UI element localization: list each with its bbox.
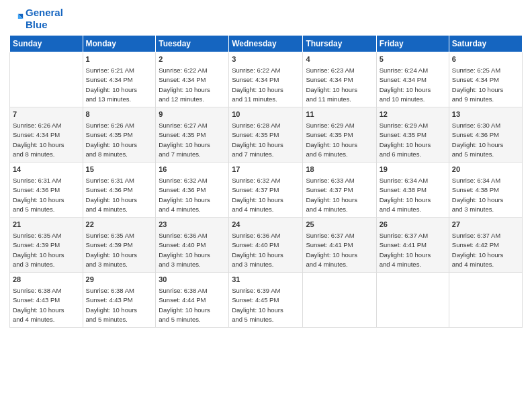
page-container: General Blue SundayMondayTuesdayWednesda… <box>0 0 532 334</box>
day-number: 3 <box>232 54 300 65</box>
calendar-cell: 15Sunrise: 6:31 AMSunset: 4:36 PMDayligh… <box>83 162 156 217</box>
cell-line: Daylight: 10 hours <box>380 86 431 93</box>
cell-line: Daylight: 10 hours <box>86 251 138 259</box>
calendar-cell <box>303 272 376 327</box>
day-number: 27 <box>452 220 519 230</box>
cell-line: and 5 minutes. <box>452 150 494 158</box>
calendar-cell: 1Sunrise: 6:21 AMSunset: 4:34 PMDaylight… <box>83 52 156 107</box>
calendar-cell: 12Sunrise: 6:29 AMSunset: 4:35 PMDayligh… <box>376 107 449 162</box>
cell-line: Daylight: 10 hours <box>86 141 138 148</box>
cell-line: and 7 minutes. <box>232 150 273 158</box>
cell-line: Sunrise: 6:27 AM <box>159 122 207 129</box>
cell-line: Sunset: 4:44 PM <box>159 296 206 304</box>
day-number: 22 <box>86 220 153 230</box>
calendar-cell: 26Sunrise: 6:37 AMSunset: 4:41 PMDayligh… <box>376 217 449 272</box>
day-number: 21 <box>13 220 80 230</box>
cell-line: Sunset: 4:35 PM <box>306 131 353 138</box>
week-row-2: 7Sunrise: 6:26 AMSunset: 4:34 PMDaylight… <box>10 107 523 162</box>
cell-line: Sunrise: 6:24 AM <box>380 66 428 74</box>
header-row: SundayMondayTuesdayWednesdayThursdayFrid… <box>10 36 523 52</box>
cell-line: Daylight: 10 hours <box>159 306 210 314</box>
week-row-4: 21Sunrise: 6:35 AMSunset: 4:39 PMDayligh… <box>10 217 523 272</box>
calendar-cell: 17Sunrise: 6:32 AMSunset: 4:37 PMDayligh… <box>229 162 303 217</box>
calendar-cell: 24Sunrise: 6:36 AMSunset: 4:40 PMDayligh… <box>229 217 303 272</box>
cell-line: Sunrise: 6:32 AM <box>159 177 207 184</box>
calendar-cell: 8Sunrise: 6:26 AMSunset: 4:35 PMDaylight… <box>83 107 156 162</box>
cell-line: and 9 minutes. <box>452 95 494 103</box>
cell-line: and 6 minutes. <box>380 150 421 158</box>
col-header-monday: Monday <box>83 36 156 52</box>
col-header-thursday: Thursday <box>303 36 376 52</box>
cell-line: Sunset: 4:36 PM <box>159 186 206 193</box>
cell-line: Daylight: 10 hours <box>13 306 64 314</box>
day-number: 13 <box>452 109 519 120</box>
cell-line: and 3 minutes. <box>159 261 200 268</box>
logo-text: General Blue <box>26 7 63 31</box>
cell-line: Sunset: 4:34 PM <box>452 76 499 83</box>
cell-line: Sunrise: 6:34 AM <box>380 177 428 184</box>
cell-line: Sunrise: 6:31 AM <box>86 177 134 184</box>
day-number: 10 <box>232 109 300 120</box>
cell-line: and 8 minutes. <box>86 150 128 158</box>
cell-line: Sunrise: 6:38 AM <box>159 287 207 294</box>
logo-icon <box>9 11 24 26</box>
cell-line: Sunset: 4:36 PM <box>86 186 133 193</box>
cell-line: Sunset: 4:34 PM <box>306 76 353 83</box>
day-number: 14 <box>13 165 80 175</box>
week-row-1: 1Sunrise: 6:21 AMSunset: 4:34 PMDaylight… <box>10 52 523 107</box>
header: General Blue <box>9 7 523 31</box>
calendar-cell: 6Sunrise: 6:25 AMSunset: 4:34 PMDaylight… <box>449 52 522 107</box>
calendar-cell: 29Sunrise: 6:38 AMSunset: 4:43 PMDayligh… <box>83 272 156 327</box>
cell-line: and 4 minutes. <box>159 205 200 213</box>
cell-line: and 5 minutes. <box>232 316 273 323</box>
cell-line: Daylight: 10 hours <box>159 251 210 259</box>
cell-line: Sunset: 4:38 PM <box>452 186 499 193</box>
cell-line: and 13 minutes. <box>86 95 132 103</box>
day-number: 26 <box>380 220 446 230</box>
cell-line: Sunrise: 6:26 AM <box>13 122 61 129</box>
cell-line: Sunrise: 6:23 AM <box>306 66 354 74</box>
calendar-cell: 31Sunrise: 6:39 AMSunset: 4:45 PMDayligh… <box>229 272 303 327</box>
week-row-3: 14Sunrise: 6:31 AMSunset: 4:36 PMDayligh… <box>10 162 523 217</box>
calendar-cell: 5Sunrise: 6:24 AMSunset: 4:34 PMDaylight… <box>376 52 449 107</box>
cell-line: Sunrise: 6:22 AM <box>232 66 280 74</box>
cell-line: Sunset: 4:34 PM <box>232 76 279 83</box>
cell-line: Sunset: 4:42 PM <box>452 241 499 248</box>
cell-line: and 5 minutes. <box>159 316 200 323</box>
cell-line: Sunset: 4:34 PM <box>380 76 427 83</box>
calendar-cell <box>449 272 522 327</box>
calendar-cell: 2Sunrise: 6:22 AMSunset: 4:34 PMDaylight… <box>156 52 229 107</box>
calendar-cell: 21Sunrise: 6:35 AMSunset: 4:39 PMDayligh… <box>10 217 83 272</box>
cell-line: Sunrise: 6:28 AM <box>232 122 280 129</box>
day-number: 4 <box>306 54 373 65</box>
cell-line: Daylight: 10 hours <box>232 196 283 203</box>
calendar-cell <box>376 272 449 327</box>
cell-line: Sunrise: 6:21 AM <box>86 66 134 74</box>
day-number: 30 <box>159 275 226 285</box>
cell-line: Daylight: 10 hours <box>86 196 138 203</box>
cell-line: Sunrise: 6:34 AM <box>452 177 500 184</box>
cell-line: Daylight: 10 hours <box>306 196 357 203</box>
calendar-cell: 30Sunrise: 6:38 AMSunset: 4:44 PMDayligh… <box>156 272 229 327</box>
cell-line: Sunset: 4:35 PM <box>232 131 279 138</box>
day-number: 6 <box>452 54 519 65</box>
calendar-cell: 25Sunrise: 6:37 AMSunset: 4:41 PMDayligh… <box>303 217 376 272</box>
cell-line: Daylight: 10 hours <box>380 141 431 148</box>
cell-line: Sunset: 4:38 PM <box>380 186 427 193</box>
cell-line: Sunrise: 6:37 AM <box>452 232 500 239</box>
cell-line: Daylight: 10 hours <box>86 86 138 93</box>
cell-line: Daylight: 10 hours <box>232 86 283 93</box>
day-number: 15 <box>86 165 153 175</box>
cell-line: Sunrise: 6:22 AM <box>159 66 207 74</box>
cell-line: Sunset: 4:43 PM <box>13 296 60 304</box>
cell-line: and 4 minutes. <box>13 316 54 323</box>
calendar-cell: 3Sunrise: 6:22 AMSunset: 4:34 PMDaylight… <box>229 52 303 107</box>
calendar-cell: 20Sunrise: 6:34 AMSunset: 4:38 PMDayligh… <box>449 162 522 217</box>
cell-line: Sunset: 4:40 PM <box>232 241 279 248</box>
cell-line: Sunrise: 6:32 AM <box>232 177 280 184</box>
calendar-cell: 27Sunrise: 6:37 AMSunset: 4:42 PMDayligh… <box>449 217 522 272</box>
cell-line: Sunset: 4:35 PM <box>86 131 133 138</box>
cell-line: and 8 minutes. <box>13 150 54 158</box>
calendar-cell <box>10 52 83 107</box>
cell-line: Sunset: 4:39 PM <box>13 241 60 248</box>
